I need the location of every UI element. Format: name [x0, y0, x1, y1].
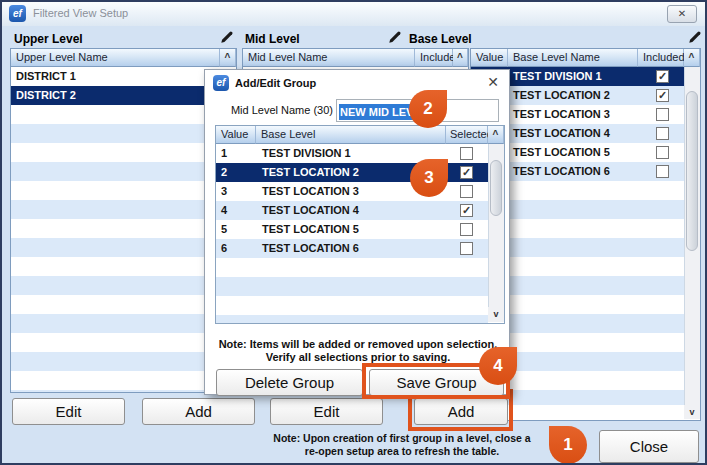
value-cell[interactable]: 2 [216, 163, 256, 182]
table-row[interactable]: TEST LOCATION 5 [256, 220, 488, 239]
empty-rows-area [11, 105, 236, 392]
included-checkbox[interactable] [656, 165, 669, 178]
selected-checkbox[interactable] [460, 147, 473, 160]
edit-pencil-icon[interactable] [388, 30, 402, 44]
value-cell[interactable]: 1 [216, 144, 256, 163]
base-level-name-column-header[interactable]: Base Level Name [508, 49, 638, 67]
step-badge-1: 1 [549, 426, 587, 464]
scrollbar-thumb[interactable] [686, 91, 698, 251]
scroll-up-icon[interactable]: ^ [684, 49, 700, 67]
step-badge-3: 3 [410, 159, 448, 197]
step-badge-2: 2 [409, 90, 447, 128]
edit-upper-level-button[interactable]: Edit [12, 398, 125, 425]
scroll-up-icon[interactable]: ^ [453, 49, 468, 67]
mid-level-name-label: Mid Level Name (30) [215, 104, 333, 116]
selected-column-header[interactable]: Selected [446, 126, 488, 144]
value-cell[interactable]: 5 [216, 220, 256, 239]
scroll-down-icon[interactable]: v [684, 405, 700, 419]
selected-checkbox[interactable] [460, 185, 473, 198]
table-row[interactable]: DISTRICT 1 [11, 67, 236, 86]
included-checkbox[interactable] [656, 108, 669, 121]
app-logo-icon: ef [9, 5, 26, 22]
delete-group-button[interactable]: Delete Group [216, 369, 363, 396]
add-upper-level-button[interactable]: Add [142, 398, 255, 425]
app-logo-icon: ef [213, 75, 229, 91]
empty-rows-area [216, 258, 488, 323]
step-badge-4: 4 [479, 347, 517, 385]
included-column-header[interactable]: Included [415, 49, 453, 67]
filtered-view-setup-window: ef Filtered View Setup ✕ Upper Level Mid… [0, 0, 707, 465]
upper-level-section-label: Upper Level [14, 32, 83, 46]
scroll-up-icon[interactable]: ^ [488, 126, 504, 144]
upper-level-name-column-header[interactable]: Upper Level Name [11, 49, 220, 67]
table-row[interactable]: TEST LOCATION 2 [256, 163, 488, 182]
selected-checkbox[interactable]: ✓ [460, 204, 473, 217]
dialog-note-line2: Verify all selections prior to saving. [213, 351, 503, 363]
scroll-up-icon[interactable]: ^ [220, 49, 236, 67]
included-checkbox[interactable] [656, 127, 669, 140]
included-checkbox[interactable]: ✓ [656, 89, 669, 102]
group-selection-table: Value Base Level Selected ^ 1 TEST DIVIS… [215, 125, 505, 324]
footer-note-line2: re-open setup area to refresh the table. [207, 445, 597, 457]
scroll-down-icon[interactable]: v [488, 307, 504, 322]
table-row[interactable]: TEST LOCATION 6 [256, 239, 488, 258]
selected-checkbox[interactable] [460, 223, 473, 236]
scrollbar-thumb[interactable] [490, 160, 502, 216]
table-row[interactable]: DISTRICT 2 [11, 86, 236, 105]
dialog-title: Add/Edit Group [235, 77, 316, 89]
value-cell[interactable]: 6 [216, 239, 256, 258]
table-row[interactable]: TEST DIVISION 1 [256, 144, 488, 163]
window-titlebar: ef Filtered View Setup ✕ [2, 2, 705, 26]
table-row[interactable]: TEST LOCATION 3 [256, 182, 488, 201]
included-column-header[interactable]: Included [638, 49, 684, 67]
value-cell[interactable]: 4 [216, 201, 256, 220]
table-row[interactable]: TEST LOCATION 4 [256, 201, 488, 220]
selected-checkbox[interactable] [460, 242, 473, 255]
upper-level-table: Upper Level Name ^ DISTRICT 1 DISTRICT 2 [10, 48, 237, 393]
value-cell[interactable]: 3 [216, 182, 256, 201]
edit-pencil-icon[interactable] [220, 30, 234, 44]
selected-checkbox[interactable]: ✓ [460, 166, 473, 179]
close-button[interactable]: Close [599, 430, 699, 463]
base-level-section-label: Base Level [409, 32, 472, 46]
window-title: Filtered View Setup [33, 7, 128, 19]
base-level-column-header[interactable]: Base Level [256, 126, 446, 144]
value-column-header[interactable]: Value [216, 126, 256, 144]
included-checkbox[interactable] [656, 146, 669, 159]
add-edit-group-dialog: ef Add/Edit Group ✕ Mid Level Name (30) … [204, 69, 510, 395]
edit-mid-level-button[interactable]: Edit [270, 398, 383, 425]
mid-level-section-label: Mid Level [245, 32, 300, 46]
value-column-header[interactable]: Value [471, 49, 508, 67]
dialog-close-icon[interactable]: ✕ [487, 73, 499, 91]
window-close-button[interactable]: ✕ [667, 5, 697, 23]
included-checkbox[interactable]: ✓ [656, 70, 669, 83]
dialog-note-line1: Note: Items will be added or removed upo… [213, 338, 503, 350]
footer-note-line1: Note: Upon creation of first group in a … [207, 432, 597, 444]
mid-level-name-column-header[interactable]: Mid Level Name [243, 49, 415, 67]
edit-pencil-icon[interactable] [688, 30, 702, 44]
